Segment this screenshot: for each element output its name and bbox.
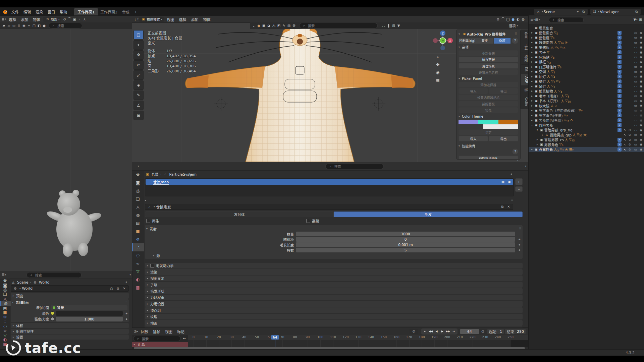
tool-transform[interactable]: ◈ (133, 80, 144, 90)
expander-icon[interactable]: ▸ (531, 148, 535, 151)
sidebar-tab-条目[interactable]: 条目 (521, 29, 528, 41)
disable-render-icon[interactable]: ◉ (640, 138, 642, 141)
outliner-row[interactable]: ▸▣书本（闭合）人▽8✓▭◉ (529, 94, 644, 99)
get-selected-objects-button[interactable]: 获取选择物体 (459, 156, 518, 160)
tab-texture[interactable]: ▩ (132, 284, 144, 292)
copy-datablock-icon[interactable]: ⧉ (500, 204, 505, 209)
particle-settings-datablock[interactable]: ∴ ▾ 仓鼠毛发 ⧉ ✕ (145, 204, 513, 210)
camera-view-icon[interactable]: ◉ (434, 69, 442, 76)
editor-type-icon[interactable]: ☰▾ (134, 164, 139, 169)
panel-checkbox[interactable] (150, 264, 154, 268)
disable-render-icon[interactable]: ◉ (640, 70, 642, 73)
tool-add-cube[interactable]: ⊞ (133, 111, 144, 120)
outliner-item-label[interactable]: 油灯 (539, 74, 546, 79)
outliner-row[interactable]: ▸▣相框▽2✓▭◉ (529, 60, 644, 65)
outliner-row[interactable]: ▸▣勺子▽✓▭◉ (529, 50, 644, 55)
tab-scene[interactable]: ◬ (132, 203, 144, 211)
disable-viewport-icon[interactable]: ▭ (634, 114, 637, 117)
outliner-item-label[interactable]: 吊灯 (539, 84, 546, 89)
arp-help-button[interactable]: ? (512, 38, 518, 44)
collapsed-panel-射线可见性[interactable]: ▸射线可见性 (11, 329, 129, 334)
tool-rotate[interactable]: ⟳ (133, 60, 144, 70)
topbar-menu-4[interactable]: 帮助 (57, 9, 69, 14)
select-subtract-icon[interactable]: ▭ (11, 23, 16, 28)
arp-button-检查更新[interactable]: 检查更新 (459, 57, 518, 62)
disable-viewport-icon[interactable]: ▭ (634, 60, 637, 64)
outliner-row[interactable]: ▸▣放大镜人▽✓▭◉ (529, 103, 644, 108)
xray-icon[interactable]: ◧ (37, 23, 42, 28)
expander-icon[interactable]: ▸ (531, 89, 535, 93)
snap-icon[interactable]: ⌒ (67, 17, 72, 22)
select-pointer-icon[interactable]: ↖ (624, 128, 626, 132)
timeline-menu-2[interactable]: 视图 (163, 329, 175, 334)
hide-eye-icon[interactable]: ⊙ (628, 133, 631, 136)
disable-render-icon[interactable]: ◉ (640, 99, 642, 103)
outliner-item-label[interactable]: 仓鼠店长 (539, 147, 553, 152)
tab-output[interactable]: ⎙ (132, 187, 144, 195)
collapsed-panel-纹理[interactable]: ▸纹理 (145, 314, 523, 319)
exclude-checkbox[interactable]: ✓ (618, 142, 622, 146)
outliner-row[interactable]: ▸▣仓鼠店长人3▽2大▦2✓↖⊙▭◉ (529, 147, 644, 152)
exclude-checkbox[interactable]: ✓ (618, 70, 622, 74)
disable-render-icon[interactable]: ◉ (640, 119, 642, 122)
disable-viewport-icon[interactable]: ▭ (634, 138, 637, 141)
color-swatch[interactable] (498, 120, 518, 124)
outliner-item-label[interactable]: 书本（打开） (539, 98, 560, 103)
timeline-scrollbar[interactable] (134, 347, 525, 349)
tab-tool[interactable]: ⚒ (132, 171, 144, 179)
grip-icon[interactable]: ⠿ (513, 32, 518, 37)
outliner-item-label[interactable]: 日历明信片 (539, 64, 557, 69)
disable-render-icon[interactable]: ◉ (640, 123, 642, 127)
topbar-menu-3[interactable]: 窗口 (45, 9, 57, 14)
expander-icon[interactable]: ▸ (531, 36, 535, 39)
tab-particles[interactable]: ∴ (132, 243, 144, 251)
tab-view-layer[interactable]: ❏ (132, 195, 144, 203)
disable-render-icon[interactable]: ◉ (640, 104, 642, 107)
tab-data[interactable]: ▽ (132, 267, 144, 276)
exclude-checkbox[interactable]: ✓ (618, 31, 622, 35)
outliner-item-label[interactable]: 书本（闭合） (539, 94, 560, 99)
outliner-item-label[interactable]: 冰箱贴 (539, 55, 550, 60)
shading-material-icon[interactable]: ◐ (516, 17, 521, 22)
tool-measure[interactable]: ∠ (133, 101, 144, 110)
smart-rig-panel-header[interactable]: ▾智能绑骨 (459, 143, 518, 148)
play-reverse-icon[interactable]: ◀ (434, 329, 439, 334)
animate-icon[interactable]: ◆ (126, 318, 127, 320)
exclude-checkbox[interactable]: ✓ (618, 118, 622, 122)
left-viewport-search[interactable]: ⌕ 搜索 (49, 23, 82, 28)
frame-start-field[interactable]: 起始 1 (487, 329, 504, 334)
outliner-row[interactable]: ▸▣面包框▽3✓▭◉ (529, 35, 644, 40)
select-intersect-icon[interactable]: ▯ (16, 23, 21, 28)
tab-modifiers[interactable]: ⚙ (132, 235, 144, 243)
disable-render-icon[interactable]: ◉ (640, 80, 642, 83)
disable-render-icon[interactable]: ◉ (640, 109, 642, 112)
stopwatch-icon[interactable]: ◷ (480, 329, 485, 334)
outliner-row[interactable]: ▸▣冰箱贴▽8✓▭◉ (529, 55, 644, 60)
tab-modifiers[interactable]: ⚙ (0, 315, 10, 319)
main-viewport-menu-1[interactable]: 选择 (177, 17, 189, 22)
expander-icon[interactable]: ▸ (531, 99, 535, 102)
tool-icon[interactable]: ⚒ (291, 23, 297, 28)
tab-view-layer[interactable]: ❏ (0, 292, 10, 297)
field-毛发长度[interactable]: 0.001 m (296, 242, 515, 247)
sidebar-tab-Rodin[interactable]: Rodin (521, 94, 528, 109)
hide-eye-icon[interactable]: ⊙ (628, 143, 631, 146)
shading-rendered-icon[interactable]: ◍ (521, 17, 526, 22)
outliner-row[interactable]: ▸▣果酱瓶人▽5▽15✓▭◉ (529, 45, 644, 50)
exclude-checkbox[interactable]: ✓ (618, 123, 622, 127)
tab-constraints[interactable]: ∞ (132, 259, 144, 267)
editor-type-icon[interactable]: ⋮▾ (133, 17, 139, 22)
list-expander[interactable]: ▸ (145, 199, 148, 202)
disable-render-icon[interactable]: ◉ (640, 133, 642, 136)
outliner-row[interactable]: ▸▣袋装面包人▽10⟳✓▭◉ (529, 40, 644, 45)
arp-tab-杂项[interactable]: 杂项 (493, 38, 511, 44)
expander-icon[interactable]: ▸ (531, 70, 535, 73)
outliner-row[interactable]: ▸▣前景植物人▽4✓▭◉ (529, 89, 644, 94)
animate-icon[interactable]: ◆ (126, 312, 127, 315)
disable-render-icon[interactable]: ◉ (640, 143, 642, 146)
expander-icon[interactable]: ▸ (531, 31, 535, 34)
disable-render-icon[interactable]: ◉ (640, 75, 642, 78)
outliner-row[interactable]: ▸▣书本（打开）人▽10✓▭◉ (529, 99, 644, 104)
disable-render-icon[interactable]: ◉ (640, 84, 642, 88)
disable-viewport-icon[interactable]: ▭ (634, 94, 637, 98)
